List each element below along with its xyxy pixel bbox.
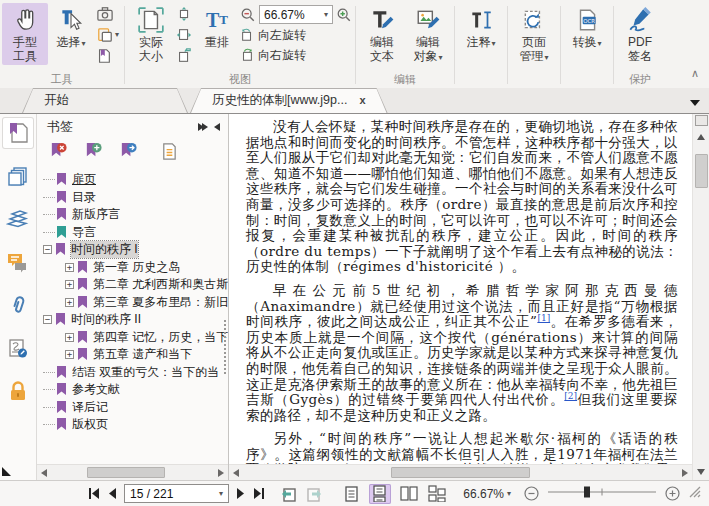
goto-bookmark-button[interactable] [119, 142, 138, 165]
scroll-right-icon[interactable] [214, 469, 228, 477]
tab-document[interactable]: 历史性的体制[www.j9p... x [190, 88, 388, 113]
add-bookmark-button[interactable] [84, 142, 103, 165]
edit-object-button[interactable]: 编辑 对象 [405, 3, 451, 67]
tab-list-menu-icon[interactable] [690, 100, 700, 106]
bookmarks-panel-button[interactable] [3, 118, 33, 148]
previous-page-button[interactable] [108, 485, 117, 503]
reflow-button[interactable]: TT 重排 [194, 3, 240, 51]
attachments-panel-button[interactable] [3, 290, 33, 320]
scroll-thumb[interactable] [391, 467, 530, 478]
rotate-right-button[interactable]: 向右旋转 [240, 46, 352, 64]
expand-bookmarks-button[interactable] [160, 142, 178, 165]
bookmark-item[interactable]: −时间的秩序 II [43, 311, 228, 329]
footnote-link[interactable]: [1] [537, 313, 550, 323]
fit-visible-button[interactable] [176, 47, 192, 65]
tab-close-icon[interactable]: x [359, 95, 365, 106]
collapse-panel-icon[interactable] [214, 123, 220, 131]
collapse-ribbon-button[interactable]: ∧ [691, 67, 699, 80]
bookmark-item[interactable]: 版权页 [43, 416, 228, 434]
expand-node-icon[interactable]: + [65, 298, 74, 307]
page-management-button[interactable]: 页面 管理 [511, 3, 557, 67]
pdf-page[interactable]: 没有人会怀疑，某种时间秩序是存在的，更确切地说，存在多种依据地点和时间而变化的时… [229, 114, 692, 464]
resize-grip-icon[interactable] [689, 486, 701, 501]
footnote-link[interactable]: [2] [564, 391, 577, 401]
scroll-track[interactable] [51, 465, 214, 480]
security-panel-button[interactable] [3, 376, 33, 406]
hand-tool-button[interactable]: 手型 工具 [2, 3, 48, 65]
bookmark-item[interactable]: +第五章 遗产和当下 [43, 346, 228, 364]
expand-node-icon[interactable]: + [65, 263, 74, 272]
expand-node-icon[interactable]: + [65, 333, 74, 342]
collapse-node-icon[interactable]: − [43, 245, 52, 254]
split-view-handle[interactable] [695, 115, 708, 126]
bookmark-item[interactable]: 参考文献 [43, 381, 228, 399]
snapshot-button[interactable] [96, 5, 119, 23]
edit-text-button[interactable]: 编辑 文本 [359, 3, 405, 65]
single-page-view-button[interactable] [340, 484, 362, 504]
fit-page-button[interactable] [176, 5, 192, 23]
zoom-out-button[interactable] [524, 485, 539, 503]
bookmark-item[interactable]: 结语 双重的亏欠：当下的当 [43, 364, 228, 382]
continuous-facing-view-button[interactable] [427, 484, 449, 504]
bookmark-item[interactable]: +第二章 尤利西斯和奥古斯 [43, 276, 228, 294]
dock-panel-icon[interactable] [198, 119, 208, 134]
comments-panel-button[interactable] [3, 247, 33, 277]
scroll-down-icon[interactable] [697, 469, 705, 475]
select-tool-button[interactable]: 选择 [48, 3, 94, 53]
last-page-button[interactable] [252, 485, 265, 503]
layers-panel-button[interactable] [3, 204, 33, 234]
next-view-button[interactable] [305, 485, 323, 503]
expand-node-icon[interactable]: + [65, 350, 74, 359]
zoom-in-button[interactable] [336, 6, 352, 24]
statusbar-zoom-value[interactable]: 66.67% ▾ [463, 487, 511, 501]
vertical-scrollbar[interactable] [692, 114, 709, 480]
next-page-button[interactable] [236, 485, 245, 503]
scroll-up-icon[interactable] [697, 134, 705, 140]
bookmark-item[interactable]: 目录 [43, 189, 228, 207]
clipboard-button[interactable]: ▾ [96, 26, 119, 44]
bookmark-item[interactable]: −时间的秩序 I [43, 241, 228, 259]
next-view-icon [305, 486, 323, 502]
tab-start[interactable]: 开始 [22, 88, 188, 113]
zoom-out-button[interactable] [240, 6, 256, 24]
bookmark-page-button[interactable] [96, 47, 119, 65]
panel-collapse-icon[interactable] [2, 467, 11, 476]
scroll-left-icon[interactable] [37, 469, 51, 477]
bookmark-item[interactable]: 导言 [43, 224, 228, 242]
bookmark-item[interactable]: +第四章 记忆，历史，当下 [43, 329, 228, 347]
first-page-button[interactable] [88, 485, 101, 503]
page-number-combobox[interactable]: 15 / 221 ▾ [124, 484, 229, 503]
actual-size-button[interactable]: 实际 大小 [128, 3, 174, 65]
bookmark-item[interactable]: 译后记 [43, 399, 228, 417]
collapse-node-icon[interactable]: − [43, 315, 52, 324]
comment-button[interactable]: 注释 [458, 3, 504, 53]
zoom-slider[interactable] [546, 485, 658, 502]
scroll-thumb[interactable] [87, 467, 165, 478]
caret-down-icon: ▾ [115, 31, 119, 39]
scroll-left-icon[interactable] [229, 469, 243, 477]
pages-panel-button[interactable] [3, 161, 33, 191]
scroll-thumb[interactable] [695, 154, 708, 188]
bookmark-item[interactable]: 新版序言 [43, 206, 228, 224]
delete-bookmark-button[interactable] [49, 142, 68, 165]
zoom-in-button[interactable] [665, 485, 680, 503]
bookmark-item[interactable]: 扉页 [43, 171, 228, 189]
bookmark-item[interactable]: +第一章 历史之岛 [43, 259, 228, 277]
scroll-track[interactable] [243, 465, 678, 480]
view-group-content: 实际 大小 TT 重排 [128, 2, 352, 73]
bookmark-item[interactable]: +第三章 夏多布里昂：新旧 [43, 294, 228, 312]
pdf-sign-button[interactable]: PDF 签名 [617, 3, 663, 65]
signatures-panel-button[interactable] [3, 333, 33, 363]
convert-button[interactable]: OCR 转换 [564, 3, 610, 53]
expand-node-icon[interactable]: + [65, 280, 74, 289]
document-horizontal-scrollbar[interactable] [229, 464, 692, 480]
edit-group-label: 编辑 [359, 73, 451, 88]
rotate-left-button[interactable]: 向左旋转 [240, 26, 352, 44]
scroll-right-icon[interactable] [678, 469, 692, 477]
bookmarks-horizontal-scrollbar[interactable] [37, 464, 228, 480]
previous-view-button[interactable] [280, 485, 298, 503]
facing-view-button[interactable] [398, 484, 420, 504]
zoom-combobox[interactable]: 66.67% ▾ [259, 5, 333, 24]
fit-width-button[interactable] [176, 26, 192, 44]
continuous-view-button[interactable] [369, 484, 391, 504]
